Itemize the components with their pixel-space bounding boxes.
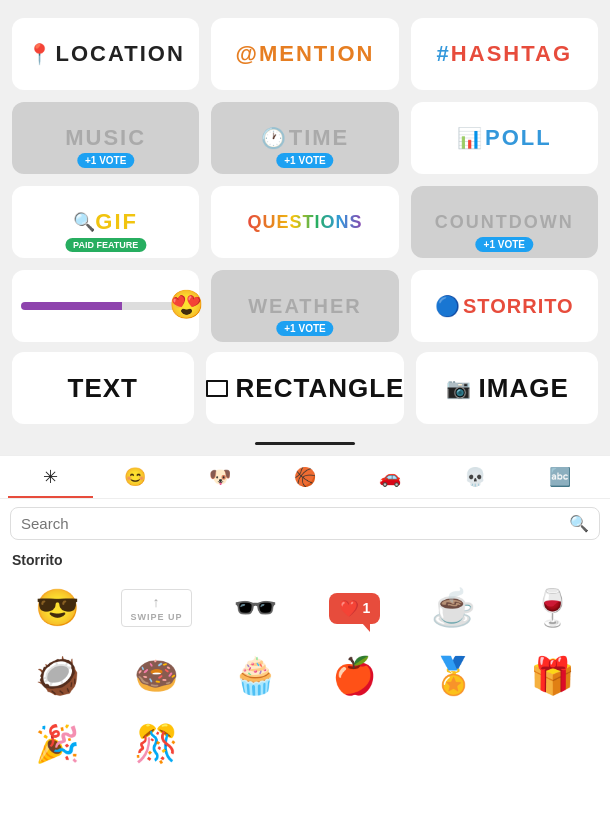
emoji-donut[interactable]: 🍩: [109, 646, 204, 706]
emoji-coconut[interactable]: 🥥: [10, 646, 105, 706]
search-icon: 🔍: [569, 514, 589, 533]
storrito-logo-icon: 🔵: [435, 294, 460, 318]
emoji-like-counter[interactable]: ❤️ 1: [307, 578, 402, 638]
vote-badge-music: +1 VOTE: [77, 153, 134, 168]
vote-badge-weather: +1 VOTE: [276, 321, 333, 336]
sticker-mention[interactable]: @MENTION: [211, 18, 398, 90]
emoji-gift[interactable]: 🎁: [505, 646, 600, 706]
poll-icon: 📊: [457, 126, 482, 150]
tab-object[interactable]: 💀: [432, 456, 517, 498]
sticker-weather[interactable]: WEATHER +1 VOTE: [211, 270, 398, 342]
location-pin-icon: 📍: [27, 43, 54, 65]
sticker-countdown[interactable]: COUNTDOWN +1 VOTE: [411, 186, 598, 258]
sticker-poll[interactable]: 📊 POLL: [411, 102, 598, 174]
vote-badge-time: +1 VOTE: [276, 153, 333, 168]
arrow-up-icon: ↑: [152, 594, 160, 610]
emoji-coffee[interactable]: ☕: [406, 578, 501, 638]
sticker-music[interactable]: MUSIC +1 VOTE: [12, 102, 199, 174]
vote-badge-countdown: +1 VOTE: [476, 237, 533, 252]
action-image[interactable]: 📷 IMAGE: [416, 352, 598, 424]
sticker-hashtag[interactable]: #HASHTAG: [411, 18, 598, 90]
bubble-tail: [362, 623, 370, 632]
sticker-slider[interactable]: 😍: [12, 270, 199, 342]
emoji-confetti2[interactable]: 🎊: [109, 714, 204, 774]
rectangle-icon: [206, 380, 228, 397]
emoji-swipe-up[interactable]: ↑ SWIPE UP: [109, 578, 204, 638]
tab-symbols[interactable]: 🔤: [517, 456, 602, 498]
emoji-panel: ✳ 😊 🐶 🏀 🚗 💀 🔤 🔍 Storrito 😎: [0, 455, 610, 778]
emoji-mustache-face[interactable]: 😎: [10, 578, 105, 638]
sticker-storrito[interactable]: 🔵 STORRITO: [411, 270, 598, 342]
action-rectangle[interactable]: RECTANGLE: [206, 352, 405, 424]
sticker-gif[interactable]: 🔍 GIF PAID FEATURE: [12, 186, 199, 258]
emoji-apple[interactable]: 🍎: [307, 646, 402, 706]
tab-animal[interactable]: 🐶: [178, 456, 263, 498]
emoji-confetti1[interactable]: 🎉: [10, 714, 105, 774]
emoji-wine[interactable]: 🍷: [505, 578, 600, 638]
divider-section: [0, 438, 610, 455]
sticker-location[interactable]: 📍LOCATION: [12, 18, 199, 90]
emoji-row-1: 😎 ↑ SWIPE UP 🕶️ ❤️ 1 ☕ 🍷: [0, 574, 610, 642]
tab-transport[interactable]: 🚗: [347, 456, 432, 498]
sticker-questions[interactable]: QUESTIONS: [211, 186, 398, 258]
search-input[interactable]: [21, 515, 563, 532]
emoji-row-3: 🎉 🎊: [0, 710, 610, 778]
emoji-cupcake[interactable]: 🧁: [208, 646, 303, 706]
divider-line: [255, 442, 355, 445]
emoji-medal[interactable]: 🏅: [406, 646, 501, 706]
emoji-sunglasses[interactable]: 🕶️: [208, 578, 303, 638]
tab-special[interactable]: ✳: [8, 456, 93, 498]
sticker-time[interactable]: 🕐 TIME +1 VOTE: [211, 102, 398, 174]
sticker-grid: 📍LOCATION @MENTION #HASHTAG MUSIC +1 VOT…: [0, 0, 610, 352]
action-row: TEXT RECTANGLE 📷 IMAGE: [0, 352, 610, 438]
tab-sports[interactable]: 🏀: [263, 456, 348, 498]
slider-emoji: 😍: [169, 288, 204, 321]
tab-face[interactable]: 😊: [93, 456, 178, 498]
emoji-section-title: Storrito: [0, 548, 610, 574]
emoji-slider: 😍: [21, 302, 190, 310]
emoji-row-2: 🥥 🍩 🧁 🍎 🏅 🎁: [0, 642, 610, 710]
emoji-tab-bar: ✳ 😊 🐶 🏀 🚗 💀 🔤: [0, 456, 610, 499]
camera-icon: 📷: [446, 376, 471, 400]
search-icon: 🔍: [73, 211, 95, 233]
search-bar: 🔍: [10, 507, 600, 540]
action-text[interactable]: TEXT: [12, 352, 194, 424]
clock-icon: 🕐: [261, 126, 286, 150]
paid-feature-badge: PAID FEATURE: [65, 238, 146, 252]
slider-track: 😍: [21, 302, 190, 310]
